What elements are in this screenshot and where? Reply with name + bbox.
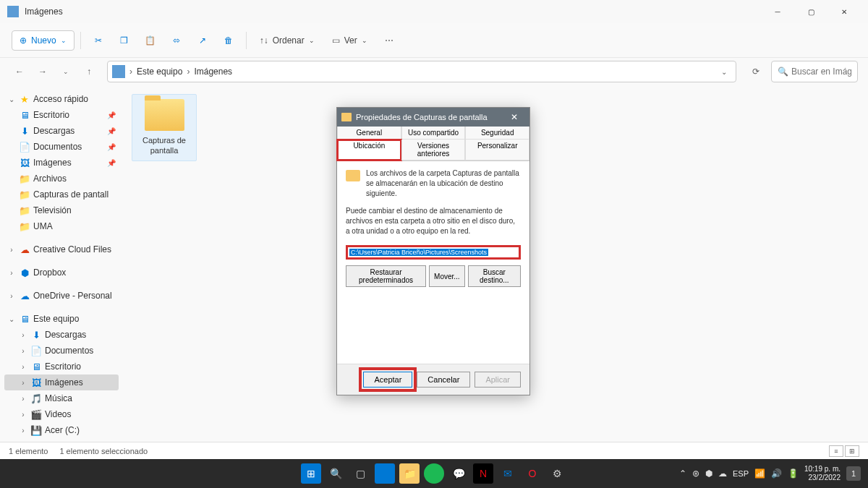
sidebar-pc-music[interactable]: ›🎵Música <box>4 390 119 406</box>
search-button[interactable]: 🔍 <box>326 463 346 484</box>
sidebar-desktop[interactable]: 🖥Escritorio📌 <box>4 107 119 123</box>
wifi-icon[interactable]: 📶 <box>754 468 765 479</box>
sidebar-pictures[interactable]: 🖼Imágenes📌 <box>4 155 119 171</box>
info-text: Los archivos de la carpeta Capturas de p… <box>366 168 521 199</box>
details-view-button[interactable]: ≡ <box>829 445 843 457</box>
tray-icon[interactable]: ⊛ <box>692 468 699 479</box>
tree-label: Documentos <box>33 142 82 152</box>
sidebar-screenshots[interactable]: 📁Capturas de pantall <box>4 187 119 202</box>
language-indicator[interactable]: ESP <box>733 469 749 478</box>
view-button[interactable]: ▭ Ver ⌄ <box>325 31 375 50</box>
cut-icon[interactable]: ✂ <box>87 29 110 52</box>
share-icon[interactable]: ↗ <box>191 29 214 52</box>
sidebar-dropbox[interactable]: ›⬢Dropbox <box>4 265 119 281</box>
sidebar-quick-access[interactable]: ⌄★Acceso rápido <box>4 91 119 107</box>
tab-security[interactable]: Seguridad <box>465 127 529 140</box>
sidebar-pc-pictures[interactable]: ›🖼Imágenes <box>4 374 119 390</box>
breadcrumb-item[interactable]: Este equipo <box>134 67 185 77</box>
opera-icon[interactable]: O <box>522 463 542 484</box>
chevron-down-icon[interactable]: ⌄ <box>717 68 731 76</box>
forward-button[interactable]: → <box>33 62 52 81</box>
sidebar-television[interactable]: 📁Televisión <box>4 202 119 218</box>
settings-icon[interactable]: ⚙ <box>547 463 567 484</box>
sort-button[interactable]: ↑↓ Ordenar ⌄ <box>252 31 322 50</box>
breadcrumb-item[interactable]: Imágenes <box>191 67 235 77</box>
thumbnails-view-button[interactable]: ⊞ <box>845 445 859 457</box>
new-button[interactable]: ⊕ Nuevo ⌄ <box>12 30 75 51</box>
tab-location[interactable]: Ubicación <box>337 140 401 160</box>
chevron-right-icon: › <box>19 347 27 355</box>
chevron-down-icon[interactable]: ⌄ <box>56 62 75 81</box>
chevron-right-icon: › <box>19 331 27 339</box>
sidebar-this-pc[interactable]: ⌄🖥Este equipo <box>4 311 119 327</box>
battery-icon[interactable]: 🔋 <box>788 468 799 479</box>
sidebar-archives[interactable]: 📁Archivos <box>4 171 119 187</box>
clock[interactable]: 10:19 p. m. 23/2/2022 <box>804 465 841 482</box>
onedrive-tray-icon[interactable]: ☁ <box>718 468 727 479</box>
dialog-footer: Aceptar Cancelar Aplicar <box>337 364 529 395</box>
mail-icon[interactable]: ✉ <box>498 463 518 484</box>
close-button[interactable]: ✕ <box>827 0 861 23</box>
netflix-icon[interactable]: N <box>473 463 493 484</box>
properties-dialog: Propiedades de Capturas de pantalla ✕ Ge… <box>336 107 530 395</box>
notification-button[interactable]: 1 <box>846 466 861 481</box>
back-button[interactable]: ← <box>10 62 29 81</box>
taskbar-app[interactable] <box>375 463 395 484</box>
paste-icon[interactable]: 📋 <box>139 29 162 52</box>
chevron-right-icon: › <box>19 363 27 371</box>
tab-previous-versions[interactable]: Versiones anteriores <box>401 140 466 160</box>
tab-sharing[interactable]: Uso compartido <box>401 127 466 140</box>
tree-label: Descargas <box>33 126 75 136</box>
dropbox-tray-icon[interactable]: ⬢ <box>705 468 712 479</box>
delete-icon[interactable]: 🗑 <box>217 29 240 52</box>
pc-icon: 🖥 <box>19 313 30 325</box>
ok-button[interactable]: Aceptar <box>363 372 412 388</box>
spotify-icon[interactable] <box>424 463 444 484</box>
sidebar-downloads[interactable]: ⬇Descargas📌 <box>4 123 119 139</box>
restore-defaults-button[interactable]: Restaurar predeterminados <box>346 265 426 287</box>
desktop-icon: 🖥 <box>30 361 42 372</box>
sidebar-pc-documents[interactable]: ›📄Documentos <box>4 343 119 359</box>
sidebar-pc-disk[interactable]: ›💾Acer (C:) <box>4 422 119 438</box>
start-button[interactable]: ⊞ <box>301 463 321 484</box>
tab-customize[interactable]: Personalizar <box>465 140 529 160</box>
volume-icon[interactable]: 🔊 <box>771 468 782 479</box>
sidebar-uma[interactable]: 📁UMA <box>4 218 119 234</box>
cancel-button[interactable]: Cancelar <box>417 372 470 388</box>
minimize-button[interactable]: ─ <box>761 0 794 23</box>
move-button[interactable]: Mover... <box>429 265 465 287</box>
folder-icon: 📁 <box>19 221 30 232</box>
copy-icon[interactable]: ❐ <box>113 29 136 52</box>
task-view-button[interactable]: ▢ <box>350 463 370 484</box>
dialog-close-button[interactable]: ✕ <box>503 109 525 125</box>
explorer-icon[interactable]: 📁 <box>399 463 420 484</box>
folder-icon: 📁 <box>19 173 30 184</box>
more-icon[interactable]: ⋯ <box>378 29 401 52</box>
sidebar-pc-videos[interactable]: ›🎬Videos <box>4 406 119 422</box>
folder-label: Capturas de pantalla <box>137 135 192 156</box>
chevron-right-icon: › <box>7 246 16 254</box>
up-button[interactable]: ↑ <box>80 62 98 81</box>
sidebar-onedrive[interactable]: ›☁OneDrive - Personal <box>4 288 119 304</box>
download-icon: ⬇ <box>19 125 30 137</box>
sidebar-creative-cloud[interactable]: ›☁Creative Cloud Files <box>4 241 119 257</box>
tab-general[interactable]: General <box>337 127 401 140</box>
sidebar-pc-downloads[interactable]: ›⬇Descargas <box>4 327 119 343</box>
path-input[interactable]: C:\Users\Patricia Briceño\Pictures\Scree… <box>346 245 521 260</box>
folder-item[interactable]: Capturas de pantalla <box>132 94 197 161</box>
whatsapp-icon[interactable]: 💬 <box>448 463 469 484</box>
dialog-titlebar[interactable]: Propiedades de Capturas de pantalla ✕ <box>337 108 529 127</box>
breadcrumb[interactable]: › Este equipo › Imágenes ⌄ <box>107 61 736 82</box>
rename-icon[interactable]: ⬄ <box>165 29 188 52</box>
tree-label: Capturas de pantall <box>33 189 109 200</box>
search-box[interactable]: 🔍 <box>771 61 858 82</box>
search-input[interactable] <box>791 67 851 77</box>
sidebar-documents[interactable]: 📄Documentos📌 <box>4 139 119 155</box>
find-target-button[interactable]: Buscar destino... <box>468 265 521 287</box>
refresh-button[interactable]: ⟳ <box>745 61 767 82</box>
app-icon <box>7 6 19 17</box>
apply-button[interactable]: Aplicar <box>475 372 521 388</box>
chevron-up-icon[interactable]: ⌃ <box>679 468 686 479</box>
sidebar-pc-desktop[interactable]: ›🖥Escritorio <box>4 359 119 374</box>
maximize-button[interactable]: ▢ <box>794 0 827 23</box>
